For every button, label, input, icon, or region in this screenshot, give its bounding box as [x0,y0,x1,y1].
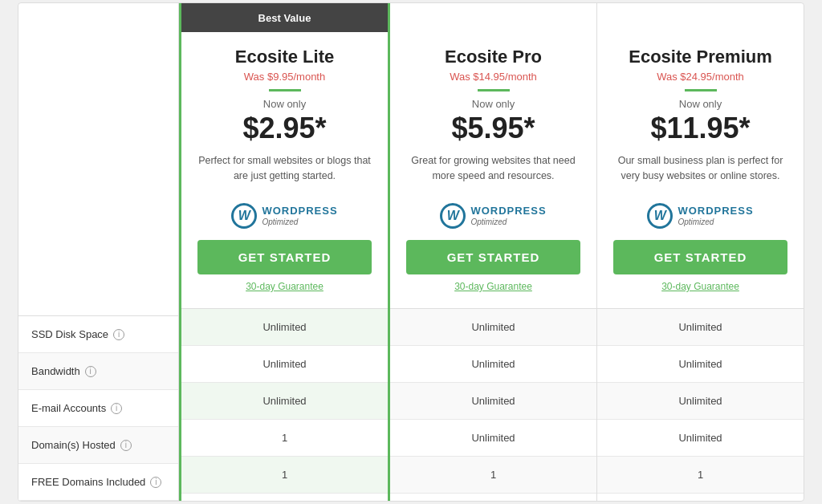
plan-pro-guarantee[interactable]: 30-day Guarantee [406,281,580,292]
plan-lite-guarantee[interactable]: 30-day Guarantee [197,281,372,292]
plan-pro-email: Unlimited [390,383,596,420]
plan-pro: Ecosite Pro Was $14.95/month Now only $5… [390,3,597,501]
wp-circle-icon-pro: W [440,203,466,229]
plan-premium-price: $11.95* [613,112,787,145]
plan-premium-email: Unlimited [597,383,804,420]
plan-premium-description: Our small business plan is perfect for v… [613,153,787,192]
feature-label-free-domains: FREE Domains Included [31,476,145,488]
wp-brand-label-premium: WORDPRESS [678,205,753,217]
plan-lite-free-domains: 1 [181,457,388,494]
plan-lite-divider [269,89,301,91]
plan-lite-description: Perfect for small websites or blogs that… [197,153,372,192]
plan-lite-price: $2.95* [197,112,372,145]
plan-lite-ssd: Unlimited [181,309,388,346]
plan-premium-name: Ecosite Premium [613,47,787,67]
plan-pro-cta[interactable]: GET STARTED [406,240,580,274]
plan-lite-domains-hosted: 1 [181,420,388,457]
plan-premium-guarantee[interactable]: 30-day Guarantee [613,281,787,292]
wp-circle-icon: W [231,203,257,229]
plan-pro-divider [478,89,510,91]
wp-text-premium: WORDPRESS Optimized [678,205,753,227]
wp-circle-icon-premium: W [647,203,673,229]
feature-row-domains: Domain(s) Hosted i [18,427,178,464]
plan-premium-bandwidth: Unlimited [597,346,804,383]
plan-pro-ssd: Unlimited [390,309,596,346]
plan-premium-ssd: Unlimited [597,309,804,346]
plan-pro-name: Ecosite Pro [406,47,580,67]
plan-pro-header-spacer [390,3,596,32]
header-spacer [18,3,178,316]
plan-pro-now-only: Now only [406,98,580,110]
plan-lite-wp-logo: W WORDPRESS Optimized [197,203,372,229]
feature-label-ssd: SSD Disk Space [31,328,108,340]
plan-lite-was-price: Was $9.95/month [197,71,372,83]
wp-brand-label-pro: WORDPRESS [470,205,546,217]
wp-text: WORDPRESS Optimized [262,205,337,227]
feature-label-domains: Domain(s) Hosted [31,439,116,451]
plan-lite-badge: Best Value [181,3,388,32]
plan-lite-body: Ecosite Lite Was $9.95/month Now only $2… [181,32,388,309]
feature-row-ssd: SSD Disk Space i [18,316,178,353]
plan-premium-domains-hosted: Unlimited [597,420,804,457]
plan-pro-description: Great for growing websites that need mor… [406,153,580,192]
feature-row-free-domains: FREE Domains Included i [18,464,178,501]
plan-premium: Ecosite Premium Was $24.95/month Now onl… [597,3,804,501]
plan-lite: Best Value Ecosite Lite Was $9.95/month … [179,3,390,501]
pricing-table: SSD Disk Space i Bandwidth i E-mail Acco… [18,2,804,502]
plan-pro-price: $5.95* [406,112,580,145]
plan-premium-free-domains: 1 [597,457,804,494]
plan-pro-wp-logo: W WORDPRESS Optimized [406,203,580,229]
plan-pro-free-domains: 1 [390,457,596,494]
info-icon-ssd[interactable]: i [113,329,124,340]
plan-premium-divider [685,89,717,91]
info-icon-free-domains[interactable]: i [150,477,161,488]
feature-row-email: E-mail Accounts i [18,390,178,427]
plan-premium-was-price: Was $24.95/month [613,71,787,83]
plan-pro-was-price: Was $14.95/month [406,71,580,83]
plan-premium-now-only: Now only [613,98,787,110]
wp-brand-label: WORDPRESS [262,205,337,217]
wp-text-pro: WORDPRESS Optimized [470,205,546,227]
plan-pro-body: Ecosite Pro Was $14.95/month Now only $5… [390,32,596,309]
plan-pro-bandwidth: Unlimited [390,346,596,383]
plan-pro-domains-hosted: Unlimited [390,420,596,457]
plan-premium-body: Ecosite Premium Was $24.95/month Now onl… [597,32,804,309]
info-icon-email[interactable]: i [111,403,122,414]
plan-lite-cta[interactable]: GET STARTED [197,240,372,274]
plan-premium-header-spacer [597,3,804,32]
wp-sub-label: Optimized [262,217,337,227]
plan-premium-wp-logo: W WORDPRESS Optimized [613,203,787,229]
feature-label-email: E-mail Accounts [31,402,106,414]
plan-premium-cta[interactable]: GET STARTED [613,240,787,274]
wp-sub-label-pro: Optimized [470,217,546,227]
plan-lite-email: Unlimited [181,383,388,420]
plan-lite-now-only: Now only [197,98,372,110]
feature-row-bandwidth: Bandwidth i [18,353,178,390]
wp-sub-label-premium: Optimized [678,217,753,227]
features-column: SSD Disk Space i Bandwidth i E-mail Acco… [18,3,179,501]
feature-label-bandwidth: Bandwidth [31,365,80,377]
plan-lite-bandwidth: Unlimited [181,346,388,383]
plan-lite-name: Ecosite Lite [197,47,372,67]
info-icon-bandwidth[interactable]: i [85,366,96,377]
info-icon-domains[interactable]: i [120,440,132,451]
